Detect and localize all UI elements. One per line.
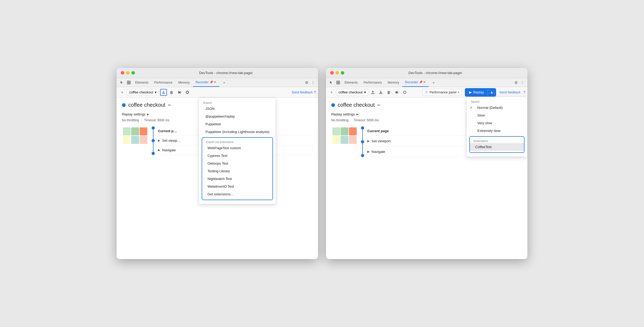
recorder-pin-icon: 📌	[210, 80, 213, 84]
no-throttling-1: No throttling	[122, 118, 139, 122]
speed-slow[interactable]: Slow	[467, 111, 527, 119]
maximize-button-2[interactable]	[341, 71, 344, 75]
replay-settings-label-1[interactable]: Replay settings	[122, 112, 145, 116]
tab-performance-1[interactable]: Performance	[152, 78, 175, 87]
toolbar-2: ＋ coffee checkout ▾ 🗑 ⏱ Performance pane…	[326, 87, 527, 98]
cursor-icon[interactable]	[119, 79, 125, 86]
delete-button-1[interactable]: 🗑	[168, 89, 175, 96]
tab-memory-1[interactable]: Memory	[176, 78, 192, 87]
edit-icon-1[interactable]: ✏	[168, 103, 171, 107]
send-feedback-link-1[interactable]: Send feedback	[292, 91, 313, 94]
timeline-dot-start-1	[152, 126, 155, 130]
export-puppeteer[interactable]: Puppeteer	[199, 120, 276, 128]
export-json[interactable]: JSON	[199, 105, 276, 113]
export-puppeteer-replay[interactable]: @puppeteer/replay	[199, 113, 276, 120]
inspect-icon-2[interactable]	[335, 79, 341, 86]
speed-dropdown: Speed ✓ Normal (Default) Slow Very slow …	[466, 97, 527, 157]
help-icon-2[interactable]: ?	[523, 90, 525, 94]
minimize-button-2[interactable]	[336, 71, 339, 75]
replay-settings-label-2[interactable]: Replay settings	[331, 112, 355, 116]
more-options-icon-2[interactable]: ⋮	[519, 79, 525, 86]
replay-dropdown-button[interactable]: ▲	[488, 89, 496, 96]
record-button-2[interactable]	[401, 89, 408, 96]
export-button-1[interactable]	[160, 89, 167, 96]
export-webdriverio[interactable]: WebdriverIO Test	[202, 183, 272, 190]
timeline-line-seg-4	[362, 143, 363, 154]
tab-recorder-2[interactable]: Recorder 📌 ✕	[402, 78, 429, 87]
speed-normal[interactable]: ✓ Normal (Default)	[467, 104, 527, 111]
recording-select-2[interactable]: coffee checkout ▾	[336, 89, 368, 96]
tab-performance-2[interactable]: Performance	[361, 78, 385, 87]
replay-button-1[interactable]	[176, 89, 183, 96]
step-current-page-label-2: Current page	[367, 129, 389, 133]
recorder-pin-icon-2: 📌	[419, 80, 423, 84]
settings-icon-2[interactable]: ⚙	[513, 79, 519, 86]
export-puppeteer-lighthouse[interactable]: Puppeteer (including Lighthouse analysis…	[199, 128, 276, 136]
tab-recorder-1[interactable]: Recorder 📌 ✕	[193, 78, 219, 87]
minimize-button-1[interactable]	[126, 71, 130, 75]
screenshot-thumb-2	[331, 126, 358, 145]
tab-recorder-close-1[interactable]: ✕	[213, 80, 217, 84]
svg-rect-2	[127, 83, 129, 84]
close-button-2[interactable]	[330, 71, 334, 75]
window-title-2: DevTools - chrome://new-tab-page/	[347, 71, 523, 75]
devtools-window-1: DevTools - chrome://new-tab-page/ Elemen…	[117, 68, 318, 259]
title-bar-1: DevTools - chrome://new-tab-page/	[117, 68, 318, 78]
speed-extremely-slow[interactable]: Extremely slow	[467, 127, 527, 135]
timeline-dot-mid-2	[361, 140, 364, 143]
recording-select-1[interactable]: coffee checkout ▾	[127, 89, 159, 96]
recording-title-2: coffee checkout	[338, 102, 375, 108]
step-set-viewport-label-2: Set viewport	[372, 139, 391, 143]
replay-main-button[interactable]: ▶ Replay	[465, 89, 487, 96]
devtools-tabs-1: Elements Performance Memory Recorder 📌 ✕…	[117, 78, 318, 87]
add-recording-button-2[interactable]: ＋	[328, 89, 335, 96]
export-testing-library[interactable]: Testing Library	[202, 167, 272, 175]
step-current-page-label-1: Current p…	[158, 129, 177, 133]
svg-point-11	[403, 91, 406, 94]
export-cypress[interactable]: Cypress Test	[202, 152, 272, 160]
export-section-label: Export	[199, 100, 276, 105]
tab-elements-2[interactable]: Elements	[342, 78, 360, 87]
tab-elements-1[interactable]: Elements	[133, 78, 151, 87]
settings-icon-1[interactable]: ⚙	[304, 79, 310, 86]
more-options-icon-1[interactable]: ⋮	[310, 79, 316, 86]
replay-dropdown-arrow: ▲	[490, 90, 493, 94]
recording-chevron-1: ▾	[155, 90, 157, 94]
edit-icon-2[interactable]: ✏	[377, 103, 381, 107]
performance-panel-button[interactable]: ⏱ Performance panel ▾	[423, 89, 462, 96]
speed-label: Speed	[467, 99, 527, 104]
help-icon-1[interactable]: ?	[314, 90, 316, 94]
close-button-1[interactable]	[121, 71, 124, 75]
perf-panel-label: Performance panel	[430, 91, 456, 94]
export-get-extensions[interactable]: Get extensions…	[202, 190, 272, 198]
inspect-icon[interactable]	[126, 79, 132, 86]
maximize-button-1[interactable]	[131, 71, 135, 75]
send-feedback-link-2[interactable]: Send feedback	[499, 91, 521, 94]
step-navigate-label-2: Navigate	[372, 150, 385, 154]
tab-more-1[interactable]: »	[220, 78, 228, 87]
devtools-tabs-2: Elements Performance Memory Recorder 📌 ✕…	[326, 78, 527, 87]
download-button-2[interactable]	[377, 89, 384, 96]
speed-cofeetest[interactable]: CoffeeTest	[470, 143, 524, 151]
upload-button-2[interactable]	[369, 89, 376, 96]
recording-dot-2	[331, 103, 335, 107]
svg-rect-1	[129, 81, 130, 82]
delete-button-2[interactable]: 🗑	[385, 89, 392, 96]
tab-more-2[interactable]: »	[430, 78, 437, 87]
export-webpagetest[interactable]: WebPageTest custom	[202, 144, 272, 152]
svg-rect-7	[338, 81, 340, 82]
export-nightwatch[interactable]: Nightwatch Test	[202, 175, 272, 183]
timeout-2: Timeout: 5000 ms	[354, 118, 379, 122]
step-replay-button-2[interactable]	[393, 89, 400, 96]
speed-very-slow[interactable]: Very slow	[467, 119, 527, 127]
timeline-dot-end-1	[152, 152, 155, 155]
tab-memory-2[interactable]: Memory	[385, 78, 402, 87]
export-extensions-box: Export via extensions WebPageTest custom…	[202, 137, 273, 200]
replay-button-group: ▶ Replay ▲	[465, 88, 496, 97]
export-owloops[interactable]: Owloops Test	[202, 160, 272, 167]
record-button-1[interactable]	[184, 89, 191, 96]
svg-rect-8	[337, 83, 338, 84]
add-recording-button-1[interactable]: ＋	[119, 89, 126, 96]
tab-recorder-close-2[interactable]: ✕	[423, 80, 426, 84]
cursor-icon-2[interactable]	[328, 79, 334, 86]
